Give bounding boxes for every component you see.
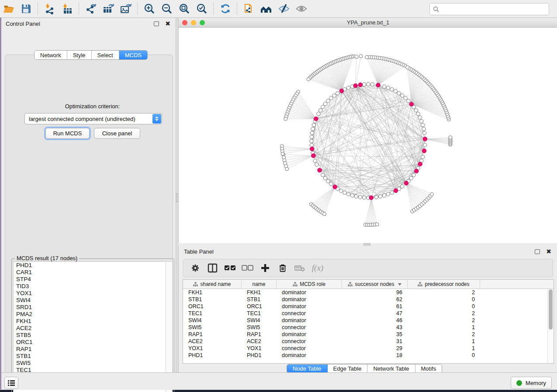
network-node[interactable] — [324, 176, 327, 180]
tab-motifs[interactable]: Motifs — [415, 364, 442, 373]
network-node[interactable] — [422, 127, 426, 131]
search-input[interactable] — [439, 5, 549, 14]
export-image-icon[interactable] — [118, 2, 133, 15]
mcds-result-item[interactable]: STP4 — [14, 276, 166, 283]
table-row[interactable]: ACE2ACE2connector311 — [183, 338, 554, 345]
cell-successor_nodes[interactable]: 62 — [342, 296, 408, 303]
network-node[interactable] — [326, 179, 330, 183]
show-columns-icon[interactable] — [206, 261, 219, 275]
mcds-result-item[interactable]: TID3 — [14, 283, 166, 290]
open-file-icon[interactable] — [1, 2, 16, 15]
network-node[interactable] — [281, 152, 284, 155]
network-node[interactable] — [324, 102, 327, 106]
mcds-node[interactable] — [339, 89, 344, 93]
network-node[interactable] — [401, 185, 404, 188]
table-row[interactable]: SWI4SWI4dominator462 — [183, 317, 554, 324]
cell-mcds_role[interactable]: dominator — [277, 296, 342, 303]
delete-column-icon[interactable] — [276, 261, 289, 275]
network-node[interactable] — [406, 65, 409, 69]
network-node[interactable] — [421, 123, 425, 127]
close-panel-icon[interactable]: ✖ — [545, 248, 552, 255]
mcds-node[interactable] — [414, 169, 419, 173]
cell-name[interactable]: ACE2 — [242, 338, 277, 344]
tab-select[interactable]: Select — [92, 51, 119, 59]
tab-edge-table[interactable]: Edge Table — [328, 364, 368, 373]
add-column-icon[interactable] — [259, 261, 272, 275]
cell-mcds_role[interactable]: dominator — [277, 317, 342, 323]
cell-shared_name[interactable]: ACE2 — [183, 338, 242, 344]
network-node[interactable] — [422, 131, 426, 134]
float-panel-icon[interactable] — [153, 20, 160, 27]
table-scrollbar[interactable] — [547, 289, 554, 363]
table-row[interactable]: FKH1FKH1dominator962 — [183, 289, 554, 296]
mcds-node[interactable] — [422, 149, 426, 153]
network-node[interactable] — [420, 119, 423, 123]
network-node[interactable] — [313, 159, 317, 162]
network-node[interactable] — [412, 173, 415, 177]
criterion-dropdown[interactable]: largest connected component (undirected) — [24, 113, 162, 124]
network-graph[interactable] — [179, 28, 557, 243]
network-node[interactable] — [363, 83, 366, 86]
network-node[interactable] — [354, 195, 358, 198]
cell-successor_nodes[interactable]: 29 — [342, 345, 408, 351]
cell-predecessor_nodes[interactable]: 1 — [408, 338, 480, 344]
cell-predecessor_nodes[interactable]: 0 — [408, 352, 480, 358]
float-panel-icon[interactable] — [534, 248, 541, 255]
cell-name[interactable]: TEC1 — [242, 310, 277, 316]
mcds-node[interactable] — [353, 84, 358, 88]
mcds-node[interactable] — [418, 162, 422, 166]
deselect-all-checkboxes-icon[interactable] — [241, 261, 254, 275]
network-node[interactable] — [311, 127, 315, 131]
cell-mcds_role[interactable]: connector — [277, 338, 342, 344]
cell-name[interactable]: RAP1 — [242, 331, 277, 337]
network-node[interactable] — [374, 195, 378, 199]
column-header-predecessor-nodes[interactable]: predecessor nodes — [408, 280, 480, 289]
network-node[interactable] — [390, 88, 394, 91]
cell-shared_name[interactable]: SWI4 — [183, 317, 242, 323]
tab-node-table[interactable]: Node Table — [287, 364, 328, 373]
network-node[interactable] — [418, 116, 422, 119]
table-row[interactable]: RAP1RAP1dominator352 — [183, 331, 554, 338]
cell-mcds_role[interactable]: dominator — [277, 303, 342, 309]
first-neighbors-icon[interactable] — [259, 2, 274, 15]
table-row[interactable]: YOX1YOX1connector291 — [183, 345, 554, 352]
network-node[interactable] — [414, 109, 418, 112]
mcds-result-item[interactable]: RAP1 — [14, 346, 166, 353]
network-node[interactable] — [336, 91, 339, 95]
network-node[interactable] — [390, 191, 394, 194]
network-node[interactable] — [346, 86, 350, 89]
cell-name[interactable]: STB1 — [242, 296, 277, 303]
mcds-node[interactable] — [314, 117, 318, 121]
mcds-node[interactable] — [404, 181, 408, 186]
network-node[interactable] — [367, 83, 370, 86]
cell-mcds_role[interactable]: connector — [277, 324, 342, 330]
network-node[interactable] — [378, 195, 382, 198]
network-node[interactable] — [355, 55, 358, 58]
cell-predecessor_nodes[interactable]: 2 — [408, 310, 480, 316]
column-header-MCDS-role[interactable]: MCDS role — [277, 280, 342, 289]
mcds-result-item[interactable]: SRD1 — [14, 304, 166, 311]
cell-mcds_role[interactable]: connector — [277, 310, 342, 316]
cell-name[interactable]: FKH1 — [242, 289, 277, 296]
network-node[interactable] — [404, 96, 407, 100]
mcds-result-item[interactable]: YOX1 — [14, 290, 166, 297]
mcds-result-item[interactable]: SWI4 — [14, 297, 166, 304]
cell-successor_nodes[interactable]: 61 — [342, 303, 408, 309]
tab-network-table[interactable]: Network Table — [367, 364, 415, 373]
mcds-node[interactable] — [369, 196, 374, 200]
column-header-successor-nodes[interactable]: successor nodes — [342, 280, 408, 289]
network-node[interactable] — [421, 155, 425, 158]
network-node[interactable] — [321, 105, 325, 109]
network-node[interactable] — [386, 86, 390, 89]
cell-name[interactable]: ORC1 — [242, 303, 277, 309]
cell-mcds_role[interactable]: connector — [277, 345, 342, 351]
network-node[interactable] — [449, 136, 452, 139]
cell-shared_name[interactable]: TEC1 — [183, 310, 242, 316]
apply-layout-icon[interactable] — [218, 2, 233, 15]
cell-shared_name[interactable]: PHD1 — [183, 352, 242, 358]
import-table-icon[interactable] — [60, 2, 75, 15]
import-network-icon[interactable] — [42, 2, 57, 15]
table-options-gear-icon[interactable] — [189, 261, 202, 275]
network-node[interactable] — [430, 193, 434, 196]
mcds-result-item[interactable]: FKH1 — [14, 318, 166, 325]
